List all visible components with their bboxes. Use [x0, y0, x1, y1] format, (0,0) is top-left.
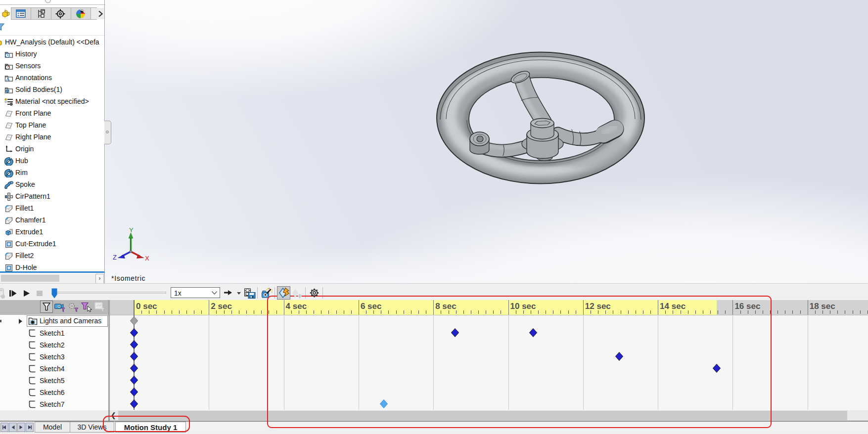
svg-text:Z: Z [113, 254, 117, 261]
svg-text:Y: Y [129, 226, 134, 234]
svg-text:X: X [145, 255, 149, 262]
svg-text:A: A [6, 77, 10, 82]
